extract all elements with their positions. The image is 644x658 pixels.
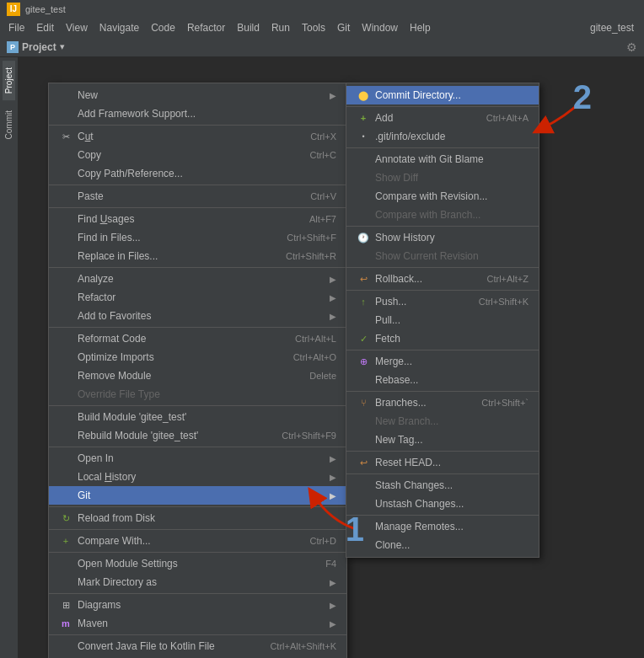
menu-item-open-in[interactable]: Open In ▶ [49, 449, 346, 468]
pull-icon [357, 313, 370, 327]
main-area: Project Commit New ▶ Add Framework Suppo… [0, 57, 644, 658]
menu-tools[interactable]: Tools [297, 20, 330, 35]
menu-item-find-in-files[interactable]: Find in Files... Ctrl+Shift+F [49, 228, 346, 247]
git-sep-8 [346, 451, 539, 452]
menu-item-refactor[interactable]: Refactor ▶ [49, 288, 346, 307]
project-add-button[interactable]: ⚙ [626, 40, 637, 54]
menu-code[interactable]: Code [146, 20, 180, 35]
git-submenu[interactable]: ⬤ Commit Directory... + Add Ctrl+Alt+A •… [346, 83, 539, 558]
separator-2 [49, 185, 346, 185]
replace-in-files-icon [59, 249, 72, 263]
show-diff-icon [357, 171, 370, 185]
menu-item-cut[interactable]: ✂ Cut Ctrl+X [49, 127, 346, 146]
git-item-compare-revision[interactable]: Compare with Revision... [346, 187, 539, 206]
gitinfo-icon: • [357, 130, 370, 143]
context-menu[interactable]: New ▶ Add Framework Support... ✂ Cut Ctr… [48, 83, 347, 658]
git-item-manage-remotes[interactable]: Manage Remotes... [346, 517, 539, 536]
menu-item-add-to-favorites[interactable]: Add to Favorites ▶ [49, 307, 346, 325]
sidebar-tab-project[interactable]: Project [3, 61, 15, 100]
git-item-clone[interactable]: Clone... [346, 536, 539, 554]
git-item-branches[interactable]: ⑂ Branches... Ctrl+Shift+` [346, 393, 539, 412]
merge-icon: ⊕ [357, 355, 370, 368]
menu-item-compare-with[interactable]: + Compare With... Ctrl+D [49, 532, 346, 550]
git-item-compare-branch: Compare with Branch... [346, 206, 539, 224]
menu-build[interactable]: Build [232, 20, 265, 35]
menu-item-copy[interactable]: Copy Ctrl+C [49, 146, 346, 164]
convert-java-icon [59, 639, 72, 653]
separator-10 [49, 552, 346, 553]
project-label: Project [22, 41, 56, 53]
menu-item-copy-path[interactable]: Copy Path/Reference... [49, 164, 346, 183]
menu-run[interactable]: Run [266, 20, 295, 35]
arrow-2-label: 2 [573, 78, 592, 116]
new-tag-icon [357, 433, 370, 447]
menu-item-maven[interactable]: m Maven ▶ [49, 614, 346, 633]
unstash-icon [357, 497, 370, 511]
new-icon [59, 88, 72, 102]
menu-item-mark-directory-as[interactable]: Mark Directory as ▶ [49, 573, 346, 591]
git-item-gitinfo[interactable]: • .git/info/exclude [346, 127, 539, 146]
separator-12 [49, 634, 346, 635]
git-item-unstash-changes[interactable]: Unstash Changes... [346, 495, 539, 513]
menu-item-open-module-settings[interactable]: Open Module Settings F4 [49, 554, 346, 573]
sidebar-tab-commit[interactable]: Commit [3, 104, 15, 146]
menu-edit[interactable]: Edit [31, 20, 59, 35]
git-item-rollback[interactable]: ↩ Rollback... Ctrl+Alt+Z [346, 270, 539, 288]
menu-window[interactable]: Window [357, 20, 403, 35]
menu-item-replace-in-files[interactable]: Replace in Files... Ctrl+Shift+R [49, 247, 346, 265]
project-dropdown-arrow[interactable]: ▾ [60, 41, 65, 52]
app-title: gitee_test [25, 4, 66, 14]
menu-item-paste[interactable]: Paste Ctrl+V [49, 187, 346, 206]
menu-refactor[interactable]: Refactor [182, 20, 230, 35]
separator-9 [49, 529, 346, 530]
git-item-fetch[interactable]: ✓ Fetch [346, 329, 539, 348]
menu-item-local-history[interactable]: Local History ▶ [49, 468, 346, 486]
git-sep-1 [346, 106, 539, 107]
git-item-annotate[interactable]: Annotate with Git Blame [346, 150, 539, 169]
git-item-pull[interactable]: Pull... [346, 311, 539, 329]
separator-5 [49, 327, 346, 328]
git-item-stash-changes[interactable]: Stash Changes... [346, 476, 539, 495]
favorites-icon [59, 309, 72, 323]
find-in-files-icon [59, 231, 72, 244]
menu-git[interactable]: Git [332, 20, 355, 35]
git-item-new-tag[interactable]: New Tag... [346, 431, 539, 449]
menu-help[interactable]: Help [405, 20, 436, 35]
cut-icon: ✂ [59, 130, 72, 143]
menu-item-build-module[interactable]: Build Module 'gitee_test' [49, 408, 346, 426]
git-sep-10 [346, 515, 539, 516]
menu-navigate[interactable]: Navigate [94, 20, 144, 35]
menu-item-diagrams[interactable]: ⊞ Diagrams ▶ [49, 596, 346, 614]
menu-file[interactable]: File [3, 20, 30, 35]
clone-icon [357, 538, 370, 552]
git-item-reset-head[interactable]: ↩ Reset HEAD... [346, 453, 539, 472]
override-file-type-icon [59, 388, 72, 401]
git-item-commit-directory[interactable]: ⬤ Commit Directory... [346, 86, 539, 104]
git-item-merge[interactable]: ⊕ Merge... [346, 352, 539, 371]
git-item-rebase[interactable]: Rebase... [346, 371, 539, 389]
menu-item-reload-from-disk[interactable]: ↻ Reload from Disk [49, 509, 346, 527]
menu-item-convert-java[interactable]: Convert Java File to Kotlin File Ctrl+Al… [49, 637, 346, 655]
git-item-show-history[interactable]: 🕐 Show History [346, 228, 539, 247]
menu-item-new[interactable]: New ▶ [49, 86, 346, 104]
menu-item-rebuild-module[interactable]: Rebuild Module 'gitee_test' Ctrl+Shift+F… [49, 426, 346, 445]
menu-item-reformat-code[interactable]: Reformat Code Ctrl+Alt+L [49, 329, 346, 348]
menu-item-find-usages[interactable]: Find Usages Alt+F7 [49, 210, 346, 228]
find-usages-icon [59, 212, 72, 226]
menu-bar: File Edit View Navigate Code Refactor Bu… [0, 19, 644, 37]
rebuild-icon [59, 429, 72, 442]
menu-item-analyze[interactable]: Analyze ▶ [49, 270, 346, 288]
git-item-add[interactable]: + Add Ctrl+Alt+A [346, 109, 539, 127]
show-history-icon: 🕐 [357, 231, 370, 244]
current-revision-icon [357, 249, 370, 263]
menu-item-add-framework[interactable]: Add Framework Support... [49, 104, 346, 123]
git-sep-3 [346, 226, 539, 227]
rollback-icon: ↩ [357, 272, 370, 286]
menu-item-git[interactable]: Git ▶ [49, 486, 346, 505]
menu-view[interactable]: View [61, 20, 93, 35]
menu-item-remove-module[interactable]: Remove Module Delete [49, 366, 346, 385]
git-sep-7 [346, 391, 539, 392]
compare-revision-icon [357, 190, 370, 203]
git-item-push[interactable]: ↑ Push... Ctrl+Shift+K [346, 292, 539, 311]
menu-item-optimize-imports[interactable]: Optimize Imports Ctrl+Alt+O [49, 348, 346, 366]
